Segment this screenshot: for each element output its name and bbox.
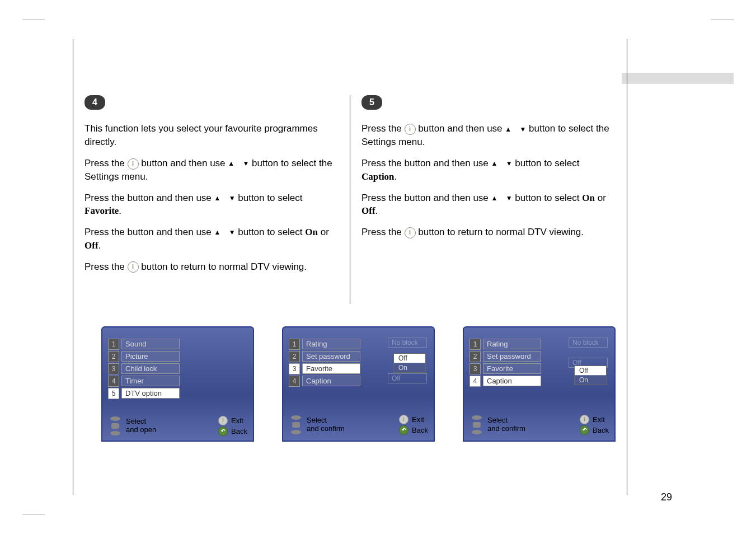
osd-num: 1 [108,339,119,350]
osd-label: Set password [483,351,541,362]
osd-item-rating: 1 Rating No block [469,339,609,350]
footer-back: Back [412,426,428,434]
step5-p2: Press the button and then use button to … [361,157,616,184]
step4-p2: Press the button and then use button to … [84,191,339,218]
text: Press the button and then use [84,227,214,237]
crop-mark [711,20,734,20]
osd-item-sound: 1 Sound [108,339,247,350]
osd-num: 3 [289,363,300,374]
osd-value-rating: No block [569,338,608,348]
caption-label: Caption [361,171,395,182]
text: Press the button and then use [84,193,214,203]
osd-footer: Select and confirm iExit ↶Back [289,415,428,435]
osd-num: 4 [469,376,481,387]
osd-num: 4 [108,376,119,387]
osd-option-on: On [394,363,425,372]
osd-option-off: Off [394,354,425,363]
osd-label: Timer [121,376,180,386]
text: button to select [515,193,582,203]
footer-exit: Exit [412,415,424,424]
osd-label: Caption [302,376,360,386]
text: or [598,193,606,203]
osd-option-off: Off [575,366,606,376]
step4-p3: Press the button and then use button to … [84,226,339,252]
osd-num: 2 [289,351,300,362]
up-arrow-icon [505,123,511,134]
text: button to return to normal DTV viewing. [141,261,307,272]
osd-favorite-menu: 1 Rating No block 2 Set password 3 Favor… [282,326,435,442]
text: Press the [84,261,128,272]
up-arrow-icon [214,193,221,203]
osd-num: 3 [469,363,481,374]
on-label: On [305,227,318,237]
osd-label: Set password [302,351,360,362]
header-bar [622,73,734,84]
favorite-label: Favorite [84,205,119,216]
text: Press the [361,123,405,134]
osd-num: 1 [469,339,481,350]
page-number: 29 [661,491,672,503]
nav-pad-icon [469,415,484,434]
off-label: Off [84,240,98,251]
footer-back: Back [593,426,609,434]
up-arrow-icon [214,227,221,237]
step-4-section: 4 This function lets you select your fav… [73,95,350,304]
osd-value-caption: Off [388,373,427,383]
osd-dropdown-favorite: Off On [393,353,426,373]
page-content: 4 This function lets you select your fav… [73,39,627,495]
crop-mark [22,20,45,20]
step-badge-5: 5 [361,95,382,110]
i-button-icon: i [405,227,416,238]
down-arrow-icon [229,193,236,203]
osd-item-rating: 1 Rating No block [289,339,428,350]
footer-confirm: and confirm [487,425,525,433]
down-arrow-icon [506,158,513,168]
osd-value-rating: No block [388,338,427,348]
i-button-icon: i [128,158,139,170]
step-badge-4: 4 [84,95,105,110]
osd-footer: Select and open iExit ↶Back [108,416,247,436]
text: button and then use [418,123,505,134]
step4-p4: Press the i button to return to normal D… [84,260,339,274]
down-arrow-icon [242,158,249,168]
up-arrow-icon [491,193,498,203]
text: button to select [238,193,302,203]
osd-caption-menu: 1 Rating No block 2 Set password 3 Favor… [463,326,616,442]
i-circle-icon: i [580,415,589,424]
osd-num: 3 [108,363,119,374]
osd-item-dtvoption: 5 DTV option [108,388,247,399]
footer-back: Back [231,427,247,435]
text: Press the [84,158,128,168]
osd-footer: Select and confirm iExit ↶Back [469,415,609,435]
back-circle-icon: ↶ [218,427,228,436]
i-button-icon: i [405,124,416,135]
i-button-icon: i [128,261,139,273]
text: button to select [238,227,305,237]
step5-p4: Press the i button to return to normal D… [361,226,616,239]
i-circle-icon: i [218,416,228,425]
osd-item-timer: 4 Timer [108,376,247,387]
text: Press the button and then use [361,158,491,168]
osd-label: Child lock [121,363,180,374]
footer-exit: Exit [593,415,605,424]
step-5-section: 5 Press the i button and then use button… [350,95,627,304]
osd-num: 2 [469,351,481,362]
osd-label: DTV option [121,388,180,399]
up-arrow-icon [228,158,234,168]
osd-dropdown-caption: Off On [574,366,607,385]
text: button to select [515,158,579,168]
osd-num: 4 [289,376,300,387]
step4-p1: Press the i button and then use button t… [84,157,339,184]
down-arrow-icon [229,227,236,237]
footer-confirm: and confirm [307,425,345,433]
osd-label: Favorite [483,363,541,374]
step5-p3: Press the button and then use button to … [361,191,616,218]
on-label: On [582,193,595,203]
step5-p1: Press the i button and then use button t… [361,122,616,149]
back-circle-icon: ↶ [580,425,589,435]
footer-select: Select [487,416,525,424]
down-arrow-icon [519,123,526,134]
step4-intro: This function lets you select your favou… [84,122,339,149]
footer-select: Select [126,418,156,425]
osd-label: Favorite [302,363,360,374]
